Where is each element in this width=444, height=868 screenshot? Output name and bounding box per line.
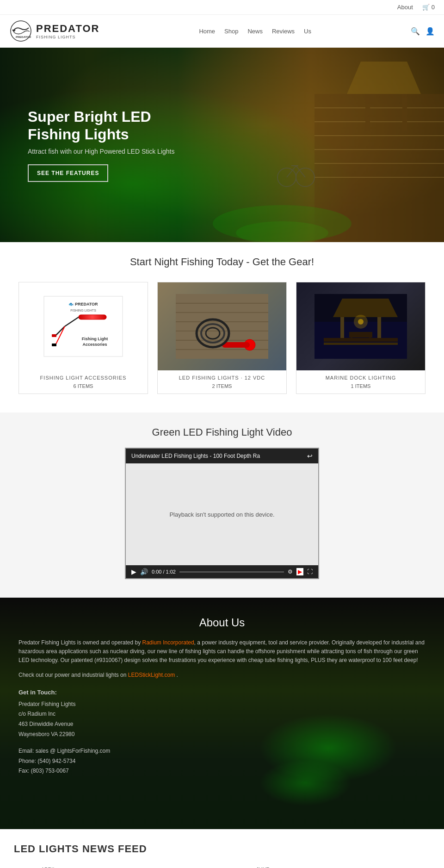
logo[interactable]: PREDATOR PREDATOR FISHING LIGHTS (9, 19, 99, 43)
about-email: Email: sales @ LightsForFishing.com (18, 746, 426, 756)
nav-shop[interactable]: Shop (224, 28, 238, 35)
nav-us[interactable]: Us (304, 28, 311, 35)
svg-rect-51 (349, 332, 372, 337)
accessories-image: 🐟 PREDATOR FISHING LIGHTS (19, 282, 148, 370)
video-progress-bar[interactable] (179, 571, 284, 573)
led-graphic (176, 294, 268, 359)
nav-home[interactable]: Home (199, 28, 215, 35)
accessories-graphic: 🐟 PREDATOR FISHING LIGHTS (42, 294, 125, 359)
hero-content: Super Bright LED Fishing Lights Attract … (0, 108, 231, 182)
led-label: LED FISHING LIGHTS · 12 VDC (158, 370, 286, 383)
dock-image (296, 282, 425, 370)
led-count: 2 ITEMS (158, 383, 286, 393)
address-line-4: Waynesboro VA 22980 (18, 730, 426, 740)
radium-link[interactable]: Radium Incorporated (142, 639, 194, 646)
led-placeholder (158, 282, 286, 370)
logo-name: PREDATOR (36, 23, 99, 35)
video-top-bar: Underwater LED Fishing Lights - 100 Foot… (126, 449, 318, 463)
svg-rect-24 (79, 315, 106, 319)
cart-icon: 🛒 (422, 4, 430, 11)
about-para2: Check out our power and industrial light… (18, 671, 426, 680)
news-heading: LED LIGHTS NEWS FEED (14, 843, 430, 855)
video-section: Green LED Fishing Light Video Underwater… (0, 412, 444, 598)
cart-widget[interactable]: 🛒 0 (422, 4, 435, 11)
svg-text:Accessories: Accessories (82, 342, 107, 347)
video-bar-title: Underwater LED Fishing Lights - 100 Foot… (131, 453, 260, 459)
play-button[interactable]: ▶ (131, 568, 136, 575)
logo-text-block: PREDATOR FISHING LIGHTS (36, 23, 99, 39)
main-nav: PREDATOR PREDATOR FISHING LIGHTS Home Sh… (0, 15, 444, 48)
nav-icons: 🔍 👤 (411, 27, 435, 36)
product-card-led[interactable]: LED FISHING LIGHTS · 12 VDC 2 ITEMS (157, 282, 287, 394)
dock-count: 1 ITEMS (296, 383, 425, 393)
svg-rect-28 (52, 334, 56, 337)
dock-graphic (314, 294, 407, 359)
products-title: Start Night Fishing Today - Get the Gear… (0, 242, 444, 277)
accessories-label: FISHING LIGHT ACCESSORIES (19, 370, 148, 383)
about-para1: Predator Fishing Lights is owned and ope… (18, 638, 426, 665)
address-line-3: 463 Dinwiddie Avenue (18, 719, 426, 730)
svg-marker-1 (12, 30, 16, 32)
logo-sub: FISHING LIGHTS (36, 35, 99, 39)
ledstick-link[interactable]: LEDStickLight.com (128, 672, 175, 678)
svg-line-18 (296, 166, 305, 177)
top-bar-links: About 🛒 0 (397, 4, 435, 11)
logo-icon: PREDATOR (9, 19, 32, 43)
video-wrapper: Underwater LED Fishing Lights - 100 Foot… (125, 448, 319, 579)
svg-point-55 (358, 319, 364, 325)
hero-dock-graphic (213, 48, 444, 242)
news-section: LED LIGHTS NEWS FEED 07 April 2016 Succe… (0, 829, 444, 868)
product-card-accessories[interactable]: 🐟 PREDATOR FISHING LIGHTS (18, 282, 148, 394)
address-line-2: c/o Radium Inc (18, 709, 426, 719)
video-message: Playback isn't supported on this device. (169, 511, 274, 518)
nav-reviews[interactable]: Reviews (272, 28, 295, 35)
nav-links: Home Shop News Reviews Us (199, 28, 311, 35)
hero-subtitle: Attract fish with our High Powered LED S… (28, 148, 204, 155)
svg-marker-10 (347, 62, 421, 94)
settings-icon[interactable]: ⚙ (288, 568, 293, 575)
svg-line-17 (287, 166, 296, 177)
svg-text:FISHING LIGHTS: FISHING LIGHTS (70, 309, 96, 312)
see-features-button[interactable]: SEE THE FEATURES (28, 164, 108, 182)
about-title: About Us (18, 616, 426, 629)
product-card-dock[interactable]: MARINE DOCK LIGHTING 1 ITEMS (296, 282, 426, 394)
video-title: Green LED Fishing Light Video (0, 426, 444, 438)
about-fax: Fax: (803) 753-0067 (18, 766, 426, 776)
svg-rect-12 (402, 94, 407, 131)
products-section: Start Night Fishing Today - Get the Gear… (0, 242, 444, 412)
video-content: Playback isn't supported on this device. (126, 463, 318, 565)
svg-rect-50 (324, 343, 398, 345)
hero-section: Super Bright LED Fishing Lights Attract … (0, 48, 444, 242)
svg-rect-29 (52, 343, 56, 346)
cart-count: 0 (432, 4, 435, 11)
about-section: About Us Predator Fishing Lights is owne… (0, 598, 444, 829)
accessories-count: 6 ITEMS (19, 383, 148, 393)
about-link[interactable]: About (397, 4, 413, 11)
youtube-logo: ▶ (296, 568, 303, 575)
search-icon[interactable]: 🔍 (411, 27, 420, 36)
svg-text:Fishing Light: Fishing Light (82, 337, 108, 341)
fullscreen-icon[interactable]: ⛶ (307, 568, 313, 575)
user-icon[interactable]: 👤 (426, 27, 435, 36)
video-time: 0:00 / 1:02 (152, 569, 176, 575)
about-address: Predator Fishing Lights c/o Radium Inc 4… (18, 699, 426, 739)
svg-rect-49 (324, 338, 398, 342)
svg-rect-40 (222, 342, 250, 348)
product-grid: 🐟 PREDATOR FISHING LIGHTS (0, 277, 444, 412)
hero-title: Super Bright LED Fishing Lights (28, 108, 204, 144)
address-line-1: Predator Fishing Lights (18, 699, 426, 710)
volume-icon[interactable]: 🔊 (140, 568, 148, 575)
about-contact-info: Email: sales @ LightsForFishing.com Phon… (18, 746, 426, 776)
top-bar: About 🛒 0 (0, 0, 444, 15)
svg-rect-11 (365, 94, 370, 131)
dock-label: MARINE DOCK LIGHTING (296, 370, 425, 383)
svg-text:🐟 PREDATOR: 🐟 PREDATOR (68, 301, 98, 307)
video-controls: ▶ 🔊 0:00 / 1:02 ⚙ ▶ ⛶ (126, 565, 318, 578)
svg-marker-46 (333, 299, 398, 317)
share-icon[interactable]: ↩ (307, 452, 313, 460)
led-image (158, 282, 286, 370)
dock-placeholder (296, 282, 425, 370)
svg-text:PREDATOR: PREDATOR (16, 36, 31, 38)
nav-news[interactable]: News (247, 28, 263, 35)
about-phone: Phone: (540) 942-5734 (18, 756, 426, 767)
